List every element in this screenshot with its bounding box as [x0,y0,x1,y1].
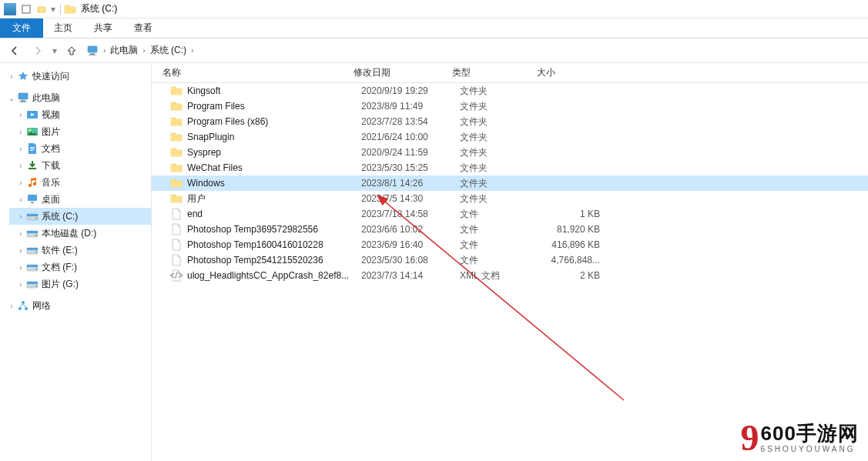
file-row[interactable]: Program Files 2023/8/9 11:49 文件夹 [152,99,868,114]
cell-name: WeChat Files [187,162,361,173]
tree-this-pc[interactable]: ⌄ 此电脑 [0,89,151,106]
doc-icon [170,239,183,251]
crumb-drive[interactable]: 系统 (C:) [147,44,189,57]
folder-icon [170,162,183,174]
app-icon [4,3,16,15]
tree-item[interactable]: › 图片 [9,123,151,140]
expand-icon[interactable]: › [15,111,26,119]
file-row[interactable]: Photoshop Temp2541215520236 2023/5/30 16… [152,252,868,268]
drive-icon [26,261,39,273]
back-button[interactable] [5,41,25,61]
expand-icon[interactable]: › [15,263,26,272]
expand-icon[interactable]: › [15,195,26,204]
tree-label: 网络 [32,299,51,312]
col-type[interactable]: 类型 [447,66,532,79]
file-row[interactable]: Kingsoft 2020/9/19 19:29 文件夹 [152,83,868,99]
tree-label: 快速访问 [32,70,69,83]
titlebar-divider [60,4,61,15]
watermark-cn: 600手游网 [761,423,859,445]
doc-icon [170,254,183,266]
file-row[interactable]: end 2023/7/18 14:58 文件 1 KB [152,206,868,222]
tree-item[interactable]: › 图片 (G:) [9,276,151,292]
tree-item[interactable]: › 下载 [9,157,151,174]
tree-label: 系统 (C:) [42,210,78,223]
forward-button[interactable] [28,41,48,61]
cell-type: 文件夹 [460,131,545,144]
cell-date: 2023/6/9 16:40 [361,239,460,250]
folder-icon [170,146,183,159]
file-row[interactable]: ulog_HeadlightsCC_AppCrash_82ef8... 2023… [152,268,868,283]
tree-label: 本地磁盘 (D:) [42,227,96,240]
docs-icon [26,142,39,155]
file-row[interactable]: Sysprep 2020/9/24 11:59 文件夹 [152,145,868,160]
folder-icon [170,131,183,143]
folder-icon [170,115,183,128]
tree-item[interactable]: › 视频 [9,106,151,123]
up-button[interactable] [62,41,82,61]
file-row[interactable]: WeChat Files 2023/5/30 15:25 文件夹 [152,160,868,175]
cell-date: 2023/7/18 14:58 [361,209,460,219]
chevron-right-icon[interactable]: › [102,46,107,55]
expand-icon[interactable]: › [15,280,26,289]
col-date[interactable]: 修改日期 [349,66,447,79]
tree-label: 图片 (G:) [42,278,79,291]
tab-home[interactable]: 主页 [43,18,83,38]
file-row[interactable]: SnapPlugin 2021/6/24 10:00 文件夹 [152,129,868,145]
address-bar[interactable]: › 此电脑 › 系统 (C:) › [85,42,196,59]
drive-icon [26,210,39,222]
tree-network[interactable]: › 网络 [0,297,151,314]
tab-share[interactable]: 共享 [83,18,123,38]
expand-icon[interactable]: › [15,145,26,153]
file-row[interactable]: 用户 2023/7/5 14:30 文件夹 [152,191,868,206]
cell-date: 2023/8/9 11:49 [361,101,460,112]
history-dropdown-icon[interactable]: ▾ [51,45,59,56]
file-tab[interactable]: 文件 [0,18,43,38]
tree-item[interactable]: › 本地磁盘 (D:) [9,225,151,242]
tree-item[interactable]: › 桌面 [9,191,151,208]
file-row[interactable]: Photoshop Temp369572982556 2023/6/6 10:0… [152,222,868,237]
file-row[interactable]: Windows 2023/8/1 14:26 文件夹 [152,175,868,191]
collapse-icon[interactable]: ⌄ [6,94,17,102]
chevron-right-icon[interactable]: › [141,46,146,55]
expand-icon[interactable]: › [15,246,26,255]
cell-date: 2023/7/5 14:30 [361,193,460,204]
chevron-right-icon[interactable]: › [189,46,195,55]
tree-quick-access[interactable]: › 快速访问 [0,68,151,85]
col-name[interactable]: 名称 [158,66,349,79]
cell-name: Program Files [187,101,361,112]
folder-icon [170,85,183,97]
navbar: ▾ › 此电脑 › 系统 (C:) › [0,38,868,63]
cell-size: 4,766,848... [545,255,606,266]
tree-item[interactable]: › 文档 (F:) [9,259,151,276]
qat-properties-icon[interactable] [20,3,32,15]
cell-type: 文件 [460,223,545,236]
tree-item[interactable]: › 软件 (E:) [9,242,151,259]
cell-size: 416,896 KB [545,239,606,250]
qat-new-folder-icon[interactable] [35,3,48,15]
file-row[interactable]: Program Files (x86) 2023/7/28 13:54 文件夹 [152,114,868,129]
doc-icon [170,208,183,220]
file-row[interactable]: Photoshop Temp1600416010228 2023/6/9 16:… [152,237,868,252]
col-size[interactable]: 大小 [532,66,594,79]
tree-item[interactable]: › 系统 (C:) [9,208,151,225]
tree-item[interactable]: › 音乐 [9,174,151,191]
tree-item[interactable]: › 文档 [9,140,151,157]
pc-icon [17,92,29,104]
watermark-en: 6SHOUYOUWANG [761,445,859,453]
cell-name: ulog_HeadlightsCC_AppCrash_82ef8... [187,270,361,281]
expand-icon[interactable]: › [15,162,26,170]
expand-icon[interactable]: › [15,229,26,238]
address-pc-icon [86,45,99,57]
tab-view[interactable]: 查看 [123,18,163,38]
tree-label: 文档 [42,142,60,155]
cell-date: 2023/8/1 14:26 [361,178,460,189]
expand-icon[interactable]: › [6,72,17,81]
expand-icon[interactable]: › [15,128,26,136]
expand-icon[interactable]: › [6,302,17,310]
crumb-this-pc[interactable]: 此电脑 [107,44,141,57]
cell-name: Sysprep [187,147,361,158]
qat-dropdown-icon[interactable]: ▾ [49,4,57,15]
expand-icon[interactable]: › [15,212,26,221]
cell-date: 2023/7/3 14:14 [361,270,460,281]
expand-icon[interactable]: › [15,179,26,187]
